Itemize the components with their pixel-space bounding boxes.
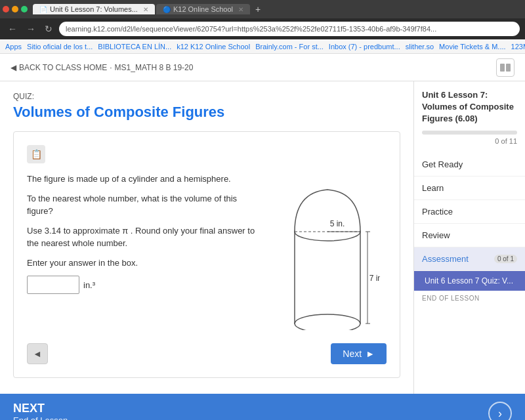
- question-text-2: To the nearest whole number, what is the…: [27, 192, 255, 218]
- next-bar-subtitle: End of Lesson: [13, 415, 68, 420]
- sidebar-item-get-ready[interactable]: Get Ready: [414, 153, 525, 177]
- sidebar-item-assessment-label: Assessment: [422, 254, 469, 264]
- layout-icon: [500, 64, 511, 72]
- progress-bar-container: [422, 131, 517, 135]
- sidebar-item-practice[interactable]: Practice: [414, 200, 525, 224]
- sidebar-header: Unit 6 Lesson 7: Volumes of Composite Fi…: [414, 81, 525, 150]
- breadcrumb: MS1_MATH 8 B 19-20: [115, 63, 194, 72]
- question-text: The figure is made up of a cylinder and …: [27, 173, 255, 294]
- new-tab-button[interactable]: +: [251, 4, 264, 14]
- sidebar-item-quiz[interactable]: Unit 6 Lesson 7 Quiz: V...: [414, 271, 525, 291]
- bookmark-123movies[interactable]: 123Movies - Watch...: [511, 43, 525, 51]
- height-label: 7 in.: [369, 274, 380, 283]
- breadcrumb-separator: ·: [110, 63, 112, 72]
- bookmark-bar: Apps Sitio oficial de los t... BIBLIOTEC…: [0, 39, 525, 54]
- next-bar[interactable]: NEXT End of Lesson ›: [0, 394, 525, 420]
- window-controls: [3, 6, 28, 12]
- svg-rect-1: [506, 64, 511, 72]
- svg-point-3: [295, 314, 360, 330]
- bookmark-apps[interactable]: Apps: [5, 43, 22, 51]
- sidebar-item-review-label: Review: [422, 230, 450, 240]
- back-button[interactable]: ←: [5, 22, 20, 35]
- sidebar-item-practice-label: Practice: [422, 207, 453, 217]
- back-arrow-icon: ◀: [10, 63, 16, 72]
- card-navigation: ◄ Next ►: [27, 343, 387, 364]
- question-layout: The figure is made up of a cylinder and …: [27, 173, 387, 330]
- sidebar-item-get-ready-label: Get Ready: [422, 159, 463, 169]
- assessment-badge: 0 of 1: [494, 255, 517, 263]
- next-bar-arrow-icon: ›: [498, 407, 502, 421]
- unit-label: in.³: [83, 280, 95, 290]
- url-text: learning.k12.com/d2l/le/sequenceViewer/6…: [66, 25, 436, 33]
- bookmark-slither[interactable]: slither.so: [406, 43, 434, 51]
- sidebar-title: Unit 6 Lesson 7: Volumes of Composite Fi…: [422, 89, 517, 125]
- minimize-dot[interactable]: [12, 6, 18, 12]
- sidebar-item-learn[interactable]: Learn: [414, 177, 525, 200]
- bookmark-inbox[interactable]: Inbox (7) - predbumt...: [329, 43, 400, 51]
- close-dot[interactable]: [3, 6, 9, 12]
- active-tab[interactable]: 📄 Unit 6 Lesson 7: Volumes... ✕: [33, 4, 155, 14]
- top-bar: ◀ BACK TO CLASS HOME · MS1_MATH 8 B 19-2…: [0, 54, 525, 81]
- next-bar-circle-button[interactable]: ›: [488, 402, 512, 420]
- prev-button[interactable]: ◄: [27, 343, 48, 364]
- inactive-tab[interactable]: 🔵 K12 Online School ✕: [156, 4, 250, 14]
- sidebar-toggle-button[interactable]: [496, 58, 514, 77]
- enter-label: Enter your answer in the box.: [27, 257, 255, 270]
- svg-rect-0: [500, 64, 505, 72]
- active-tab-label: Unit 6 Lesson 7: Volumes...: [50, 5, 138, 13]
- answer-box: in.³: [27, 276, 255, 294]
- end-of-lesson-label: END OF LESSON: [414, 291, 525, 306]
- inactive-tab-label: K12 Online School: [173, 5, 233, 13]
- url-bar[interactable]: learning.k12.com/d2l/le/sequenceViewer/6…: [59, 22, 520, 36]
- bookmark-sitio[interactable]: Sitio oficial de los t...: [27, 43, 93, 51]
- bookmark-movie[interactable]: Movie Tickets & M....: [439, 43, 505, 51]
- next-icon: ►: [366, 348, 375, 359]
- tab-close-icon[interactable]: ✕: [143, 6, 148, 13]
- forward-button[interactable]: →: [24, 22, 38, 35]
- quiz-label: QUIZ:: [13, 92, 400, 101]
- sidebar-item-assessment[interactable]: Assessment 0 of 1: [414, 247, 525, 271]
- sidebar-nav: Get Ready Learn Practice Review Assessme…: [414, 150, 525, 308]
- app-container: ◀ BACK TO CLASS HOME · MS1_MATH 8 B 19-2…: [0, 54, 525, 394]
- clipboard-icon: 📋: [31, 149, 42, 159]
- main-content: QUIZ: Volumes of Composite Figures 📋 The…: [0, 81, 525, 394]
- back-link[interactable]: ◀ BACK TO CLASS HOME · MS1_MATH 8 B 19-2…: [10, 63, 193, 72]
- back-label: BACK TO CLASS HOME: [19, 63, 107, 72]
- answer-input[interactable]: [27, 276, 79, 294]
- next-button[interactable]: Next ►: [331, 343, 387, 364]
- sidebar-item-review[interactable]: Review: [414, 224, 525, 247]
- cylinder-figure: 5 in. 7 in.: [275, 173, 380, 330]
- content-area: QUIZ: Volumes of Composite Figures 📋 The…: [0, 81, 413, 394]
- sidebar: Unit 6 Lesson 7: Volumes of Composite Fi…: [413, 81, 525, 394]
- prev-icon: ◄: [33, 348, 42, 359]
- tab-bar: 📄 Unit 6 Lesson 7: Volumes... ✕ 🔵 K12 On…: [0, 0, 525, 18]
- sidebar-item-learn-label: Learn: [422, 183, 444, 193]
- address-bar: ← → ↻ learning.k12.com/d2l/le/sequenceVi…: [0, 18, 525, 39]
- question-text-1: The figure is made up of a cylinder and …: [27, 173, 255, 186]
- reload-button[interactable]: ↻: [42, 22, 55, 35]
- inactive-tab-close-icon[interactable]: ✕: [238, 6, 243, 13]
- bookmark-k12[interactable]: k12 K12 Online School: [177, 43, 250, 51]
- browser-chrome: 📄 Unit 6 Lesson 7: Volumes... ✕ 🔵 K12 On…: [0, 0, 525, 39]
- radius-label: 5 in.: [330, 219, 345, 228]
- next-label: Next: [343, 348, 362, 359]
- bookmark-biblioteca[interactable]: BIBLIOTECA EN LÍN...: [98, 43, 171, 51]
- next-bar-left: NEXT End of Lesson: [13, 402, 68, 420]
- progress-text: 0 of 11: [422, 137, 517, 145]
- sidebar-item-quiz-label: Unit 6 Lesson 7 Quiz: V...: [425, 276, 513, 285]
- maximize-dot[interactable]: [21, 6, 28, 12]
- quiz-title: Volumes of Composite Figures: [13, 104, 400, 121]
- next-bar-title: NEXT: [13, 402, 68, 415]
- figure-container: 5 in. 7 in.: [268, 173, 387, 330]
- question-card: 📋 The figure is made up of a cylinder an…: [13, 131, 400, 378]
- card-icon: 📋: [27, 145, 45, 163]
- question-text-3: Use 3.14 to approximate π . Round only y…: [27, 224, 255, 250]
- svg-rect-2: [295, 232, 360, 324]
- bookmark-brainly[interactable]: Brainly.com - For st...: [255, 43, 324, 51]
